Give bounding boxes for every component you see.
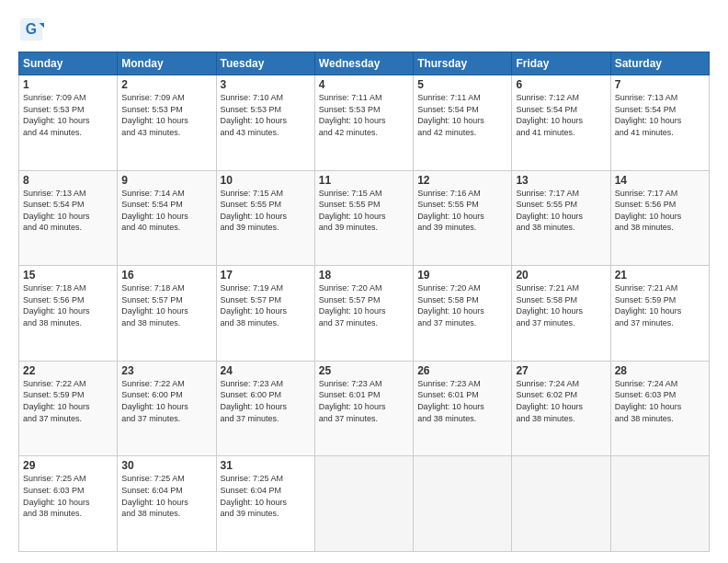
- calendar-cell: 15Sunrise: 7:18 AMSunset: 5:56 PMDayligh…: [19, 266, 118, 362]
- calendar-cell: 29Sunrise: 7:25 AMSunset: 6:03 PMDayligh…: [19, 456, 118, 552]
- calendar-week-1: 1Sunrise: 7:09 AMSunset: 5:53 PMDaylight…: [19, 75, 710, 171]
- calendar-cell: [414, 456, 512, 552]
- day-number: 17: [221, 269, 311, 282]
- calendar-cell: 31Sunrise: 7:25 AMSunset: 6:04 PMDayligh…: [216, 456, 314, 552]
- calendar-cell: 26Sunrise: 7:23 AMSunset: 6:01 PMDayligh…: [414, 361, 512, 456]
- day-info: Sunrise: 7:10 AMSunset: 5:53 PMDaylight:…: [221, 92, 311, 138]
- day-info: Sunrise: 7:24 AMSunset: 6:03 PMDaylight:…: [615, 378, 705, 424]
- day-number: 4: [319, 78, 409, 91]
- day-number: 21: [615, 269, 705, 282]
- day-info: Sunrise: 7:24 AMSunset: 6:02 PMDaylight:…: [516, 378, 606, 424]
- calendar-cell: 6Sunrise: 7:12 AMSunset: 5:54 PMDaylight…: [512, 75, 610, 171]
- day-info: Sunrise: 7:15 AMSunset: 5:55 PMDaylight:…: [319, 188, 409, 234]
- calendar-week-5: 29Sunrise: 7:25 AMSunset: 6:03 PMDayligh…: [19, 456, 710, 552]
- day-number: 8: [23, 174, 113, 187]
- day-info: Sunrise: 7:11 AMSunset: 5:54 PMDaylight:…: [417, 92, 507, 138]
- day-info: Sunrise: 7:18 AMSunset: 5:57 PMDaylight:…: [121, 282, 211, 328]
- day-number: 15: [23, 269, 113, 282]
- logo-icon: G: [18, 17, 44, 42]
- day-number: 31: [221, 459, 311, 472]
- day-number: 20: [516, 269, 606, 282]
- day-info: Sunrise: 7:25 AMSunset: 6:04 PMDaylight:…: [121, 473, 211, 519]
- day-info: Sunrise: 7:17 AMSunset: 5:56 PMDaylight:…: [615, 188, 705, 234]
- day-number: 10: [221, 174, 311, 187]
- day-number: 19: [417, 269, 507, 282]
- day-number: 23: [121, 364, 211, 377]
- day-number: 30: [121, 459, 211, 472]
- day-info: Sunrise: 7:23 AMSunset: 6:01 PMDaylight:…: [417, 378, 507, 424]
- day-info: Sunrise: 7:11 AMSunset: 5:53 PMDaylight:…: [319, 92, 409, 138]
- day-header-thursday: Thursday: [414, 52, 512, 75]
- day-number: 28: [615, 364, 705, 377]
- day-number: 14: [615, 174, 705, 187]
- calendar-cell: 20Sunrise: 7:21 AMSunset: 5:58 PMDayligh…: [512, 266, 610, 362]
- calendar-cell: 27Sunrise: 7:24 AMSunset: 6:02 PMDayligh…: [512, 361, 610, 456]
- day-number: 12: [417, 174, 507, 187]
- calendar-cell: [610, 456, 709, 552]
- calendar-cell: 22Sunrise: 7:22 AMSunset: 5:59 PMDayligh…: [19, 361, 118, 456]
- day-info: Sunrise: 7:21 AMSunset: 5:59 PMDaylight:…: [615, 282, 705, 328]
- calendar-header-row: SundayMondayTuesdayWednesdayThursdayFrid…: [19, 52, 710, 75]
- day-number: 11: [319, 174, 409, 187]
- calendar-cell: 17Sunrise: 7:19 AMSunset: 5:57 PMDayligh…: [216, 266, 314, 362]
- day-info: Sunrise: 7:25 AMSunset: 6:04 PMDaylight:…: [221, 473, 311, 519]
- day-info: Sunrise: 7:19 AMSunset: 5:57 PMDaylight:…: [221, 282, 311, 328]
- day-info: Sunrise: 7:09 AMSunset: 5:53 PMDaylight:…: [23, 92, 113, 138]
- day-info: Sunrise: 7:25 AMSunset: 6:03 PMDaylight:…: [23, 473, 113, 519]
- calendar-cell: 28Sunrise: 7:24 AMSunset: 6:03 PMDayligh…: [610, 361, 709, 456]
- day-info: Sunrise: 7:20 AMSunset: 5:57 PMDaylight:…: [319, 282, 409, 328]
- calendar-cell: 16Sunrise: 7:18 AMSunset: 5:57 PMDayligh…: [118, 266, 216, 362]
- calendar-cell: 19Sunrise: 7:20 AMSunset: 5:58 PMDayligh…: [414, 266, 512, 362]
- day-info: Sunrise: 7:20 AMSunset: 5:58 PMDaylight:…: [417, 282, 507, 328]
- calendar-cell: 2Sunrise: 7:09 AMSunset: 5:53 PMDaylight…: [118, 75, 216, 171]
- calendar-week-4: 22Sunrise: 7:22 AMSunset: 5:59 PMDayligh…: [19, 361, 710, 456]
- day-number: 9: [121, 174, 211, 187]
- calendar-cell: 25Sunrise: 7:23 AMSunset: 6:01 PMDayligh…: [314, 361, 413, 456]
- calendar-week-2: 8Sunrise: 7:13 AMSunset: 5:54 PMDaylight…: [19, 170, 710, 266]
- day-info: Sunrise: 7:12 AMSunset: 5:54 PMDaylight:…: [516, 92, 606, 138]
- day-info: Sunrise: 7:17 AMSunset: 5:55 PMDaylight:…: [516, 188, 606, 234]
- calendar-cell: [314, 456, 413, 552]
- day-number: 7: [615, 78, 705, 91]
- logo: G: [18, 17, 50, 42]
- day-header-friday: Friday: [512, 52, 610, 75]
- calendar-cell: 18Sunrise: 7:20 AMSunset: 5:57 PMDayligh…: [314, 266, 413, 362]
- day-number: 13: [516, 174, 606, 187]
- calendar-cell: 23Sunrise: 7:22 AMSunset: 6:00 PMDayligh…: [118, 361, 216, 456]
- calendar-cell: 1Sunrise: 7:09 AMSunset: 5:53 PMDaylight…: [19, 75, 118, 171]
- calendar-cell: 8Sunrise: 7:13 AMSunset: 5:54 PMDaylight…: [19, 170, 118, 266]
- day-info: Sunrise: 7:13 AMSunset: 5:54 PMDaylight:…: [23, 188, 113, 234]
- calendar-cell: 4Sunrise: 7:11 AMSunset: 5:53 PMDaylight…: [314, 75, 413, 171]
- day-number: 3: [221, 78, 311, 91]
- day-header-wednesday: Wednesday: [314, 52, 413, 75]
- calendar-cell: 10Sunrise: 7:15 AMSunset: 5:55 PMDayligh…: [216, 170, 314, 266]
- day-number: 5: [417, 78, 507, 91]
- day-info: Sunrise: 7:15 AMSunset: 5:55 PMDaylight:…: [221, 188, 311, 234]
- header: G: [18, 17, 710, 42]
- calendar-cell: 5Sunrise: 7:11 AMSunset: 5:54 PMDaylight…: [414, 75, 512, 171]
- svg-text:G: G: [26, 21, 37, 37]
- day-info: Sunrise: 7:13 AMSunset: 5:54 PMDaylight:…: [615, 92, 705, 138]
- calendar-cell: 12Sunrise: 7:16 AMSunset: 5:55 PMDayligh…: [414, 170, 512, 266]
- calendar-cell: 14Sunrise: 7:17 AMSunset: 5:56 PMDayligh…: [610, 170, 709, 266]
- calendar-cell: 21Sunrise: 7:21 AMSunset: 5:59 PMDayligh…: [610, 266, 709, 362]
- day-number: 24: [221, 364, 311, 377]
- calendar-cell: 9Sunrise: 7:14 AMSunset: 5:54 PMDaylight…: [118, 170, 216, 266]
- calendar-cell: 24Sunrise: 7:23 AMSunset: 6:00 PMDayligh…: [216, 361, 314, 456]
- day-header-sunday: Sunday: [19, 52, 118, 75]
- day-info: Sunrise: 7:23 AMSunset: 6:00 PMDaylight:…: [221, 378, 311, 424]
- calendar-table: SundayMondayTuesdayWednesdayThursdayFrid…: [18, 52, 710, 552]
- day-number: 18: [319, 269, 409, 282]
- day-info: Sunrise: 7:14 AMSunset: 5:54 PMDaylight:…: [121, 188, 211, 234]
- day-info: Sunrise: 7:18 AMSunset: 5:56 PMDaylight:…: [23, 282, 113, 328]
- calendar-cell: 11Sunrise: 7:15 AMSunset: 5:55 PMDayligh…: [314, 170, 413, 266]
- day-number: 22: [23, 364, 113, 377]
- day-info: Sunrise: 7:16 AMSunset: 5:55 PMDaylight:…: [417, 188, 507, 234]
- calendar-cell: 3Sunrise: 7:10 AMSunset: 5:53 PMDaylight…: [216, 75, 314, 171]
- day-header-tuesday: Tuesday: [216, 52, 314, 75]
- calendar-week-3: 15Sunrise: 7:18 AMSunset: 5:56 PMDayligh…: [19, 266, 710, 362]
- day-number: 25: [319, 364, 409, 377]
- day-info: Sunrise: 7:22 AMSunset: 6:00 PMDaylight:…: [121, 378, 211, 424]
- day-number: 6: [516, 78, 606, 91]
- page: G SundayMondayTuesdayWednesdayThursdayFr…: [0, 0, 728, 563]
